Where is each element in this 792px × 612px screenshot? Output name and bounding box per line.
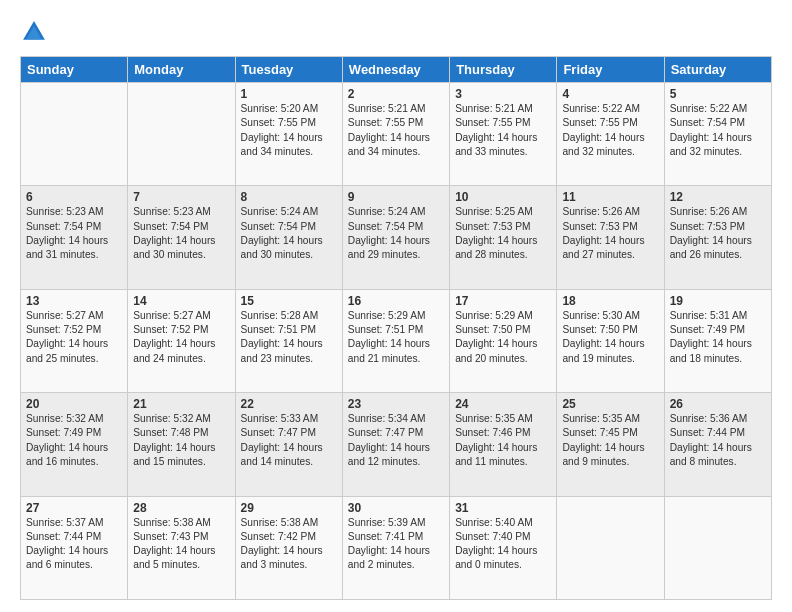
day-number: 6	[26, 190, 122, 204]
calendar-cell: 30Sunrise: 5:39 AM Sunset: 7:41 PM Dayli…	[342, 496, 449, 599]
calendar-cell	[128, 83, 235, 186]
header	[20, 18, 772, 46]
calendar-week-5: 27Sunrise: 5:37 AM Sunset: 7:44 PM Dayli…	[21, 496, 772, 599]
calendar-cell: 13Sunrise: 5:27 AM Sunset: 7:52 PM Dayli…	[21, 289, 128, 392]
calendar-cell: 28Sunrise: 5:38 AM Sunset: 7:43 PM Dayli…	[128, 496, 235, 599]
calendar-header-thursday: Thursday	[450, 57, 557, 83]
day-info: Sunrise: 5:31 AM Sunset: 7:49 PM Dayligh…	[670, 309, 766, 366]
calendar-cell: 7Sunrise: 5:23 AM Sunset: 7:54 PM Daylig…	[128, 186, 235, 289]
day-info: Sunrise: 5:33 AM Sunset: 7:47 PM Dayligh…	[241, 412, 337, 469]
calendar-week-1: 1Sunrise: 5:20 AM Sunset: 7:55 PM Daylig…	[21, 83, 772, 186]
calendar-cell: 21Sunrise: 5:32 AM Sunset: 7:48 PM Dayli…	[128, 393, 235, 496]
day-number: 14	[133, 294, 229, 308]
calendar-header-row: SundayMondayTuesdayWednesdayThursdayFrid…	[21, 57, 772, 83]
day-info: Sunrise: 5:32 AM Sunset: 7:49 PM Dayligh…	[26, 412, 122, 469]
day-info: Sunrise: 5:29 AM Sunset: 7:50 PM Dayligh…	[455, 309, 551, 366]
day-number: 22	[241, 397, 337, 411]
day-number: 7	[133, 190, 229, 204]
day-info: Sunrise: 5:22 AM Sunset: 7:54 PM Dayligh…	[670, 102, 766, 159]
day-number: 4	[562, 87, 658, 101]
calendar-cell: 31Sunrise: 5:40 AM Sunset: 7:40 PM Dayli…	[450, 496, 557, 599]
day-number: 24	[455, 397, 551, 411]
calendar-cell: 10Sunrise: 5:25 AM Sunset: 7:53 PM Dayli…	[450, 186, 557, 289]
calendar-cell: 16Sunrise: 5:29 AM Sunset: 7:51 PM Dayli…	[342, 289, 449, 392]
day-info: Sunrise: 5:36 AM Sunset: 7:44 PM Dayligh…	[670, 412, 766, 469]
calendar-cell: 1Sunrise: 5:20 AM Sunset: 7:55 PM Daylig…	[235, 83, 342, 186]
day-number: 19	[670, 294, 766, 308]
day-info: Sunrise: 5:30 AM Sunset: 7:50 PM Dayligh…	[562, 309, 658, 366]
day-info: Sunrise: 5:38 AM Sunset: 7:42 PM Dayligh…	[241, 516, 337, 573]
day-number: 1	[241, 87, 337, 101]
calendar-header-wednesday: Wednesday	[342, 57, 449, 83]
calendar-cell	[557, 496, 664, 599]
day-info: Sunrise: 5:35 AM Sunset: 7:46 PM Dayligh…	[455, 412, 551, 469]
day-info: Sunrise: 5:40 AM Sunset: 7:40 PM Dayligh…	[455, 516, 551, 573]
calendar-cell: 20Sunrise: 5:32 AM Sunset: 7:49 PM Dayli…	[21, 393, 128, 496]
day-info: Sunrise: 5:37 AM Sunset: 7:44 PM Dayligh…	[26, 516, 122, 573]
day-info: Sunrise: 5:35 AM Sunset: 7:45 PM Dayligh…	[562, 412, 658, 469]
calendar-cell: 5Sunrise: 5:22 AM Sunset: 7:54 PM Daylig…	[664, 83, 771, 186]
day-number: 9	[348, 190, 444, 204]
calendar-cell: 2Sunrise: 5:21 AM Sunset: 7:55 PM Daylig…	[342, 83, 449, 186]
day-number: 11	[562, 190, 658, 204]
day-info: Sunrise: 5:24 AM Sunset: 7:54 PM Dayligh…	[241, 205, 337, 262]
calendar-cell	[664, 496, 771, 599]
calendar-cell: 11Sunrise: 5:26 AM Sunset: 7:53 PM Dayli…	[557, 186, 664, 289]
day-number: 2	[348, 87, 444, 101]
calendar-cell: 19Sunrise: 5:31 AM Sunset: 7:49 PM Dayli…	[664, 289, 771, 392]
calendar-cell: 18Sunrise: 5:30 AM Sunset: 7:50 PM Dayli…	[557, 289, 664, 392]
day-info: Sunrise: 5:28 AM Sunset: 7:51 PM Dayligh…	[241, 309, 337, 366]
calendar-cell: 17Sunrise: 5:29 AM Sunset: 7:50 PM Dayli…	[450, 289, 557, 392]
day-number: 17	[455, 294, 551, 308]
day-info: Sunrise: 5:20 AM Sunset: 7:55 PM Dayligh…	[241, 102, 337, 159]
day-info: Sunrise: 5:23 AM Sunset: 7:54 PM Dayligh…	[26, 205, 122, 262]
day-info: Sunrise: 5:39 AM Sunset: 7:41 PM Dayligh…	[348, 516, 444, 573]
day-number: 29	[241, 501, 337, 515]
calendar-cell: 8Sunrise: 5:24 AM Sunset: 7:54 PM Daylig…	[235, 186, 342, 289]
calendar-cell: 26Sunrise: 5:36 AM Sunset: 7:44 PM Dayli…	[664, 393, 771, 496]
day-info: Sunrise: 5:29 AM Sunset: 7:51 PM Dayligh…	[348, 309, 444, 366]
day-number: 8	[241, 190, 337, 204]
calendar-cell	[21, 83, 128, 186]
calendar-cell: 4Sunrise: 5:22 AM Sunset: 7:55 PM Daylig…	[557, 83, 664, 186]
day-number: 5	[670, 87, 766, 101]
day-info: Sunrise: 5:24 AM Sunset: 7:54 PM Dayligh…	[348, 205, 444, 262]
calendar-cell: 3Sunrise: 5:21 AM Sunset: 7:55 PM Daylig…	[450, 83, 557, 186]
day-number: 3	[455, 87, 551, 101]
calendar-cell: 27Sunrise: 5:37 AM Sunset: 7:44 PM Dayli…	[21, 496, 128, 599]
calendar-header-friday: Friday	[557, 57, 664, 83]
day-number: 26	[670, 397, 766, 411]
day-number: 10	[455, 190, 551, 204]
calendar-week-3: 13Sunrise: 5:27 AM Sunset: 7:52 PM Dayli…	[21, 289, 772, 392]
calendar-cell: 23Sunrise: 5:34 AM Sunset: 7:47 PM Dayli…	[342, 393, 449, 496]
day-number: 12	[670, 190, 766, 204]
day-info: Sunrise: 5:23 AM Sunset: 7:54 PM Dayligh…	[133, 205, 229, 262]
day-info: Sunrise: 5:21 AM Sunset: 7:55 PM Dayligh…	[455, 102, 551, 159]
calendar-cell: 24Sunrise: 5:35 AM Sunset: 7:46 PM Dayli…	[450, 393, 557, 496]
calendar-cell: 9Sunrise: 5:24 AM Sunset: 7:54 PM Daylig…	[342, 186, 449, 289]
day-info: Sunrise: 5:22 AM Sunset: 7:55 PM Dayligh…	[562, 102, 658, 159]
calendar-week-4: 20Sunrise: 5:32 AM Sunset: 7:49 PM Dayli…	[21, 393, 772, 496]
day-number: 13	[26, 294, 122, 308]
day-info: Sunrise: 5:26 AM Sunset: 7:53 PM Dayligh…	[670, 205, 766, 262]
calendar-cell: 12Sunrise: 5:26 AM Sunset: 7:53 PM Dayli…	[664, 186, 771, 289]
calendar-week-2: 6Sunrise: 5:23 AM Sunset: 7:54 PM Daylig…	[21, 186, 772, 289]
calendar-header-tuesday: Tuesday	[235, 57, 342, 83]
calendar: SundayMondayTuesdayWednesdayThursdayFrid…	[20, 56, 772, 600]
day-info: Sunrise: 5:32 AM Sunset: 7:48 PM Dayligh…	[133, 412, 229, 469]
day-number: 21	[133, 397, 229, 411]
day-number: 16	[348, 294, 444, 308]
logo-icon	[20, 18, 48, 46]
calendar-cell: 6Sunrise: 5:23 AM Sunset: 7:54 PM Daylig…	[21, 186, 128, 289]
day-info: Sunrise: 5:34 AM Sunset: 7:47 PM Dayligh…	[348, 412, 444, 469]
calendar-header-sunday: Sunday	[21, 57, 128, 83]
logo	[20, 18, 52, 46]
day-number: 25	[562, 397, 658, 411]
calendar-cell: 22Sunrise: 5:33 AM Sunset: 7:47 PM Dayli…	[235, 393, 342, 496]
day-info: Sunrise: 5:27 AM Sunset: 7:52 PM Dayligh…	[26, 309, 122, 366]
day-number: 30	[348, 501, 444, 515]
calendar-header-monday: Monday	[128, 57, 235, 83]
day-number: 20	[26, 397, 122, 411]
day-number: 23	[348, 397, 444, 411]
page: SundayMondayTuesdayWednesdayThursdayFrid…	[0, 0, 792, 612]
